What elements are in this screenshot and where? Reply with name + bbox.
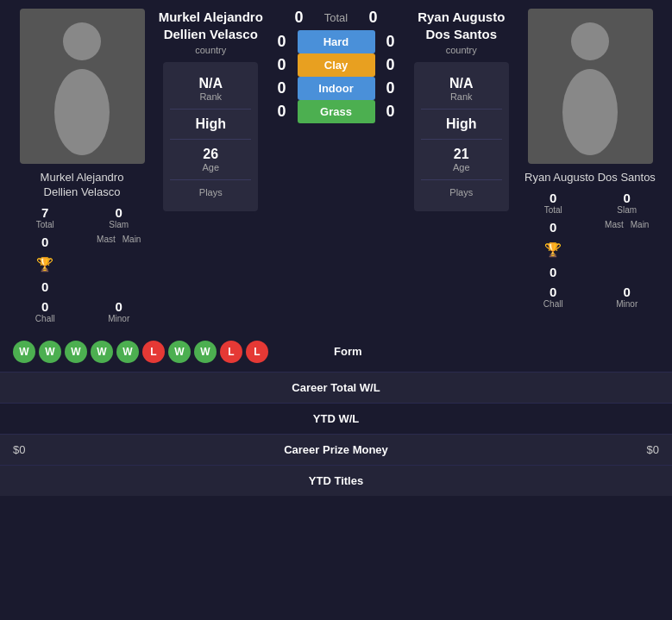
form-badge-w: W [13,341,35,363]
left-player-stats: 7 Total 0 Slam 0 🏆 0 Mast Main [16,205,149,323]
right-high-row: High [421,110,502,140]
right-age-row: 21 Age [421,140,502,180]
prize-left: $0 [13,443,142,456]
players-section: Murkel Alejandro Dellien Velasco 7 Total… [0,0,672,332]
surface-row-clay: 0 Clay 0 [273,53,399,77]
left-total-stat: 7 Total [16,205,76,229]
middle-section: Murkel Alejandro Dellien Velasco country… [155,9,517,323]
left-chall-stat: 0 Chall [16,299,76,323]
ytd-wl-label: YTD W/L [142,412,530,425]
right-mast-main-labels: Mast Main [597,220,657,279]
right-info-panel: N/A Rank High 21 Age Plays [414,62,509,211]
left-country: country [195,45,226,55]
form-badge-w: W [65,341,87,363]
total-score-row: 0 Total 0 [273,9,399,27]
form-badge-l: L [246,341,268,363]
surface-row-indoor: 0 Indoor 0 [273,77,399,100]
left-mast-main-labels: Mast Main [89,235,149,294]
surface-btn-indoor[interactable]: Indoor [298,77,375,100]
prize-label: Career Prize Money [142,443,530,456]
left-info-area: Murkel Alejandro Dellien Velasco country… [155,9,267,211]
form-badges-left: WWWWWLWWLL [13,341,302,363]
ytd-titles-row: YTD Titles [0,466,672,496]
left-age-row: 26 Age [170,140,251,180]
svg-point-3 [562,69,618,155]
left-minor-stat: 0 Minor [89,299,149,323]
prize-row: $0 Career Prize Money $0 [0,435,672,466]
right-player-photo [528,9,653,164]
svg-point-0 [63,22,101,60]
left-plays-row: Plays [170,180,251,204]
surface-row-hard: 0 Hard 0 [273,30,399,53]
surface-btn-hard[interactable]: Hard [298,30,375,53]
form-badge-w: W [116,341,139,363]
form-badge-l: L [142,341,165,363]
svg-point-1 [54,69,110,155]
left-player-card: Murkel Alejandro Dellien Velasco 7 Total… [9,9,155,323]
left-trophy-icon: 🏆 [36,256,53,272]
form-badge-w: W [39,341,61,363]
center-scores: 0 Total 0 0 Hard 0 0 Clay 0 0 Indoor 0 0… [273,9,399,123]
right-chall-stat: 0 Chall [524,285,584,309]
right-plays-row: Plays [421,180,502,204]
left-high-row: High [170,110,251,140]
right-slam-stat: 0 Slam [597,191,657,215]
left-player-photo [20,9,145,164]
main-container: Murkel Alejandro Dellien Velasco 7 Total… [0,0,672,496]
form-badge-w: W [91,341,113,363]
form-label: Form [311,345,362,358]
ytd-wl-row: YTD W/L [0,404,672,435]
right-country: country [446,45,477,55]
form-section: WWWWWLWWLL Form [0,332,672,373]
left-header-name: Murkel Alejandro Dellien Velasco [159,9,263,42]
right-mast-stat: 0 🏆 0 [524,220,584,279]
prize-right: $0 [530,443,659,456]
form-badge-w: W [168,341,191,363]
svg-point-2 [571,22,609,60]
right-rank-row: N/A Rank [421,69,502,110]
surface-btn-grass[interactable]: Grass [298,100,375,123]
surface-rows: 0 Hard 0 0 Clay 0 0 Indoor 0 0 Grass 0 [273,30,399,123]
left-mast-stat: 0 🏆 0 [16,235,76,294]
right-trophy-icon: 🏆 [544,241,562,258]
surface-btn-clay[interactable]: Clay [298,53,375,77]
left-slam-stat: 0 Slam [89,205,149,229]
ytd-titles-label: YTD Titles [142,474,530,487]
form-badge-w: W [194,341,217,363]
left-player-name: Murkel Alejandro Dellien Velasco [41,171,124,200]
right-player-card: Ryan Augusto Dos Santos 0 Total 0 Slam 0… [517,9,663,323]
right-player-stats: 0 Total 0 Slam 0 🏆 0 Mast Main [524,191,657,309]
right-total-stat: 0 Total [524,191,584,215]
left-rank-row: N/A Rank [170,69,251,110]
right-header-name: Ryan Augusto Dos Santos [406,9,518,42]
right-minor-stat: 0 Minor [597,285,657,309]
career-total-wl-row: Career Total W/L [0,373,672,404]
career-wl-label: Career Total W/L [142,381,530,394]
right-player-name: Ryan Augusto Dos Santos [524,171,656,185]
surface-row-grass: 0 Grass 0 [273,100,399,123]
right-info-area: Ryan Augusto Dos Santos country N/A Rank… [406,9,518,211]
form-badge-l: L [220,341,242,363]
left-info-panel: N/A Rank High 26 Age Plays [163,62,258,211]
